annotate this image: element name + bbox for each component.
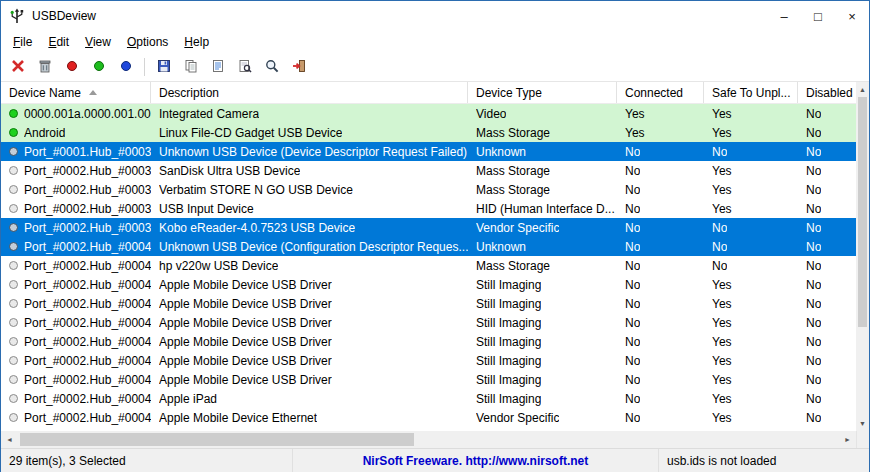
properties-button[interactable] [233, 56, 256, 79]
menu-help[interactable]: Help [176, 32, 217, 52]
vertical-scrollbar[interactable]: ▲ ▼ [856, 82, 869, 431]
save-report-button[interactable] [152, 56, 175, 79]
maximize-button[interactable]: □ [801, 1, 835, 31]
table-row[interactable]: Port_#0002.Hub_#0003Kobo eReader-4.0.752… [1, 218, 858, 237]
cell-text: No [806, 316, 821, 330]
column-header-description[interactable]: Description [151, 82, 468, 103]
column-header-disabled[interactable]: Disabled [798, 82, 858, 103]
cell-text: No [806, 107, 821, 121]
cell-device_type: Still Imaging [468, 313, 617, 332]
toggle-device-button[interactable] [114, 56, 137, 79]
cell-disabled: No [798, 237, 858, 256]
cell-text: No [625, 411, 640, 425]
table-row[interactable]: Port_#0002.Hub_#0004Apple Mobile Device … [1, 332, 858, 351]
html-report-button[interactable] [206, 56, 229, 79]
table-row[interactable]: AndroidLinux File-CD Gadget USB DeviceMa… [1, 123, 858, 142]
listview-content: Device NameDescriptionDevice TypeConnect… [1, 81, 869, 431]
table-row[interactable]: Port_#0002.Hub_#0004Apple Mobile Device … [1, 275, 858, 294]
cell-description: Apple Mobile Device USB Driver [151, 332, 468, 351]
cell-description: Apple Mobile Device USB Driver [151, 351, 468, 370]
table-row[interactable]: Port_#0002.Hub_#0004Unknown USB Device (… [1, 237, 858, 256]
table-row[interactable]: Port_#0002.Hub_#0003SanDisk Ultra USB De… [1, 161, 858, 180]
cell-safe_to_unplug: Yes [704, 370, 798, 389]
cell-text: Unknown [476, 145, 526, 159]
cell-connected: No [617, 275, 704, 294]
menu-edit[interactable]: Edit [40, 32, 77, 52]
cell-text: Still Imaging [476, 373, 541, 387]
cell-text: No [625, 183, 640, 197]
cell-text: Mass Storage [476, 164, 550, 178]
cell-device_name: Port_#0002.Hub_#0004 [1, 294, 151, 313]
table-row[interactable]: Port_#0002.Hub_#0004Apple Mobile Device … [1, 313, 858, 332]
cell-text: Kobo eReader-4.0.7523 USB Device [159, 221, 355, 235]
cell-safe_to_unplug: Yes [704, 351, 798, 370]
find-button[interactable] [260, 56, 283, 79]
column-header-device_name[interactable]: Device Name [1, 82, 151, 103]
table-row[interactable]: Port_#0002.Hub_#0004Apple Mobile Device … [1, 370, 858, 389]
table-row[interactable]: Port_#0001.Hub_#0003Unknown USB Device (… [1, 142, 858, 161]
cell-description: Apple Mobile Device USB Driver [151, 275, 468, 294]
cell-description: SanDisk Ultra USB Device [151, 161, 468, 180]
cell-description: USB Input Device [151, 199, 468, 218]
cell-connected: Yes [617, 104, 704, 123]
vertical-scroll-track[interactable] [856, 97, 869, 416]
table-row[interactable]: 0000.001a.0000.001.00...Integrated Camer… [1, 104, 858, 123]
cell-text: No [806, 202, 821, 216]
cell-description: Apple Mobile Device USB Driver [151, 370, 468, 389]
cell-text: No [806, 164, 821, 178]
cell-text: No [625, 240, 640, 254]
close-button[interactable]: × [835, 1, 869, 31]
disable-device-button[interactable] [60, 56, 83, 79]
minimize-button[interactable]: – [767, 1, 801, 31]
cell-text: Port_#0002.Hub_#0003 [24, 183, 151, 197]
cell-connected: No [617, 237, 704, 256]
horizontal-scrollbar[interactable]: ◄ ► [1, 431, 869, 448]
table-row[interactable]: Port_#0002.Hub_#0003Verbatim STORE N GO … [1, 180, 858, 199]
menu-options[interactable]: Options [119, 32, 176, 52]
column-header-device_type[interactable]: Device Type [468, 82, 617, 103]
cell-text: No [625, 145, 640, 159]
cell-text: No [806, 373, 821, 387]
table-row[interactable]: Port_#0002.Hub_#0004Apple Mobile Device … [1, 408, 858, 427]
cell-disabled: No [798, 332, 858, 351]
table-row[interactable]: Port_#0002.Hub_#0004Apple Mobile Device … [1, 294, 858, 313]
column-header-connected[interactable]: Connected [617, 82, 704, 103]
scroll-left-arrow-icon[interactable]: ◄ [1, 431, 18, 448]
table-row[interactable]: Port_#0002.Hub_#0003USB Input DeviceHID … [1, 199, 858, 218]
device-status-icon [9, 394, 18, 403]
disconnect-device-button[interactable] [33, 56, 56, 79]
cell-safe_to_unplug: No [704, 142, 798, 161]
horizontal-scroll-track[interactable] [18, 431, 839, 448]
cell-text: USB Input Device [159, 202, 254, 216]
table-row[interactable]: Port_#0002.Hub_#0004Apple Mobile Device … [1, 351, 858, 370]
table-row[interactable]: Port_#0002.Hub_#0004Apple iPadStill Imag… [1, 389, 858, 408]
uninstall-device-button[interactable] [6, 56, 29, 79]
scroll-down-arrow-icon[interactable]: ▼ [856, 416, 869, 431]
cell-text: No [712, 221, 727, 235]
horizontal-scroll-thumb[interactable] [20, 433, 414, 446]
table-row[interactable]: Port_#0002.Hub_#0004hp v220w USB DeviceM… [1, 256, 858, 275]
cell-device_type: Unknown [468, 237, 617, 256]
vertical-scroll-thumb[interactable] [858, 97, 867, 327]
cell-disabled: No [798, 180, 858, 199]
scroll-right-arrow-icon[interactable]: ► [839, 431, 856, 448]
cell-text: Port_#0002.Hub_#0004 [24, 373, 151, 387]
menu-view[interactable]: View [77, 32, 119, 52]
exit-button[interactable] [287, 56, 310, 79]
scroll-up-arrow-icon[interactable]: ▲ [856, 82, 869, 97]
column-header-safe_to_unplug[interactable]: Safe To Unpl... [704, 82, 798, 103]
column-header-label: Device Type [476, 86, 542, 100]
cell-device_name: Port_#0002.Hub_#0003 [1, 199, 151, 218]
menu-file[interactable]: File [5, 32, 40, 52]
status-nirsoft-link[interactable]: NirSoft Freeware. http://www.nirsoft.net [293, 449, 659, 472]
cell-text: Yes [712, 316, 732, 330]
cell-device_type: Vendor Specific [468, 408, 617, 427]
cell-text: No [625, 221, 640, 235]
cell-disabled: No [798, 275, 858, 294]
copy-selected-button[interactable] [179, 56, 202, 79]
enable-device-button[interactable] [87, 56, 110, 79]
cell-text: Port_#0002.Hub_#0003 [24, 202, 151, 216]
cell-text: Yes [712, 107, 732, 121]
enable-green-dot-icon [91, 58, 107, 77]
cell-text: Yes [712, 392, 732, 406]
